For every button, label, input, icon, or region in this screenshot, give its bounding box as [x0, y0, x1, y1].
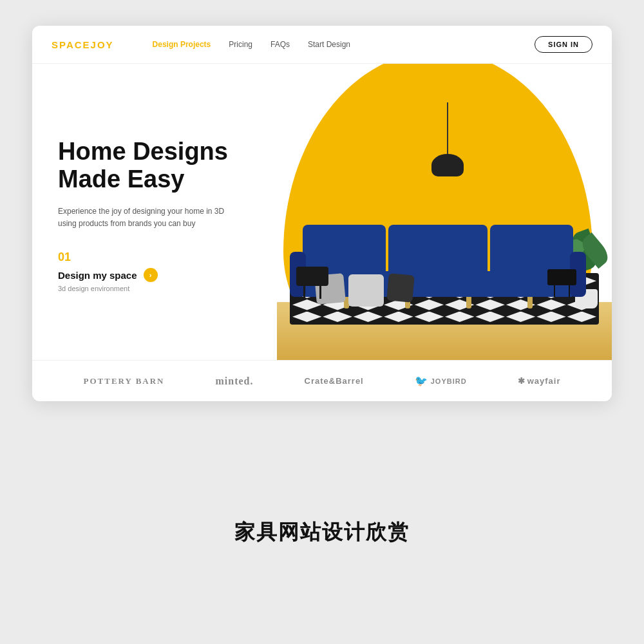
rug-cell [536, 312, 565, 323]
logo-accent: JOY [91, 39, 114, 50]
signin-button[interactable]: SIGN IN [535, 36, 592, 53]
brand-minted[interactable]: minted. [216, 375, 254, 387]
sofa-scene [277, 102, 612, 360]
side-table-legs [547, 285, 576, 297]
pillows [316, 274, 413, 307]
wayfair-label: wayfair [527, 376, 561, 386]
side-table-leg [554, 285, 555, 297]
coffee-table-leg [319, 286, 321, 299]
hero-left: Home Designs Made Easy Experience the jo… [32, 64, 277, 360]
hero-subtitle: Experience the joy of designing your hom… [58, 205, 238, 230]
step-title-wrapper: Design my space › [58, 268, 258, 282]
pillow-2 [348, 274, 384, 307]
hero-section: Home Designs Made Easy Experience the jo… [32, 64, 612, 360]
brand-pottery-barn[interactable]: Pottery Barn [84, 376, 165, 386]
hero-right [277, 64, 612, 360]
sofa-seat [303, 271, 573, 297]
brand-joybird[interactable]: 🐦 JOYBIRD [415, 375, 467, 387]
coffee-table [296, 267, 328, 299]
sofa-body [303, 225, 573, 308]
lamp-cord [447, 102, 448, 154]
nav-start-design[interactable]: Start Design [308, 40, 350, 49]
step-description: 3d design environment [58, 285, 258, 292]
sofa-back-right [490, 225, 573, 276]
joybird-bird-icon: 🐦 [415, 375, 428, 387]
logo[interactable]: SPACEJOY [52, 39, 114, 50]
coffee-table-leg [303, 286, 305, 299]
rug-cell [475, 312, 504, 323]
step-number: 01 [58, 251, 258, 264]
nav-pricing[interactable]: Pricing [229, 40, 252, 49]
sofa [303, 225, 573, 308]
rug-cell [415, 312, 444, 323]
rug-cell [384, 312, 413, 323]
side-table-top [547, 269, 576, 285]
step-arrow-button[interactable]: › [144, 268, 158, 282]
rug-cell [567, 312, 596, 323]
caption-title: 家具网站设计欣赏 [234, 518, 410, 547]
brands-bar: Pottery Barn minted. Crate&Barrel 🐦 JOYB… [32, 360, 612, 401]
rug-cell [445, 312, 474, 323]
side-table-leg [569, 285, 570, 297]
side-table [547, 269, 576, 297]
pendant-lamp [431, 102, 464, 176]
pillow-3 [386, 273, 415, 302]
hero-title: Home Designs Made Easy [58, 138, 258, 194]
rug-cell [506, 312, 535, 323]
coffee-table-legs [296, 286, 328, 299]
brand-crate-barrel[interactable]: Crate&Barrel [305, 376, 364, 386]
step-title-text: Design my space [58, 270, 137, 281]
nav-design-projects[interactable]: Design Projects [153, 40, 211, 49]
wayfair-star-icon: ✱ [518, 376, 526, 386]
rug-cell [354, 312, 383, 323]
rug-cell [323, 312, 352, 323]
lamp-shade [431, 154, 464, 176]
page-wrapper: SPACEJOY Design Projects Pricing FAQs St… [0, 0, 644, 644]
joybird-label: JOYBIRD [431, 377, 467, 385]
sofa-leg [527, 297, 533, 308]
rug-cell [292, 312, 321, 323]
caption-area: 家具网站设计欣赏 [222, 401, 422, 644]
mockup-card: SPACEJOY Design Projects Pricing FAQs St… [32, 26, 612, 401]
logo-text: SPACE [52, 39, 91, 50]
sofa-back-center [388, 225, 488, 276]
brand-wayfair[interactable]: ✱ wayfair [518, 376, 561, 386]
nav-faqs[interactable]: FAQs [270, 40, 290, 49]
nav-links: Design Projects Pricing FAQs Start Desig… [153, 40, 535, 49]
sofa-leg [466, 297, 471, 308]
sofa-back [303, 225, 573, 276]
coffee-table-top [296, 267, 328, 286]
navbar: SPACEJOY Design Projects Pricing FAQs St… [32, 26, 612, 64]
